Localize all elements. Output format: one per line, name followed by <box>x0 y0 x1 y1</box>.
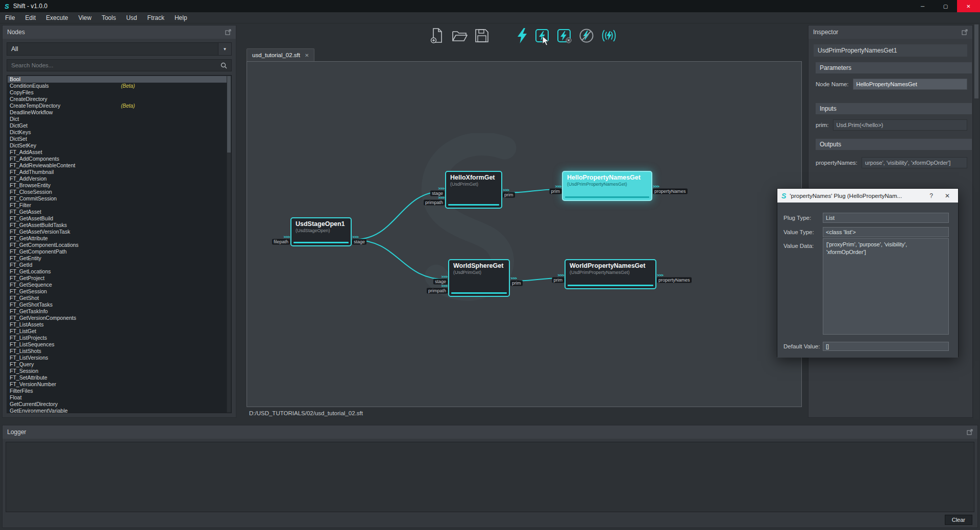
menu-file[interactable]: File <box>0 12 20 23</box>
node-type-item[interactable]: Bool <box>8 76 227 83</box>
node-type-item[interactable]: FT_AddComponents <box>8 156 227 162</box>
node-type-item[interactable]: FT_GetVersionComponents <box>8 315 227 321</box>
port-stage[interactable]: >>>stage <box>352 235 366 245</box>
node-type-item[interactable]: CreateTempDirectory(Beta) <box>8 103 227 109</box>
section-inputs[interactable]: Inputs <box>816 103 972 114</box>
node-type-item[interactable]: FT_ListShots <box>8 348 227 355</box>
node-type-item[interactable]: FT_GetAssetBuild <box>8 215 227 222</box>
node-type-item[interactable]: FT_ListVersions <box>8 355 227 361</box>
node-type-item[interactable]: GetCurrentDirectory <box>8 401 227 408</box>
graph-node-HelloXformGet[interactable]: HelloXformGet(UsdPrimGet) <box>445 171 502 209</box>
port-prim[interactable]: >>>prim <box>510 276 523 286</box>
node-type-item[interactable]: DictSet <box>8 136 227 142</box>
node-type-item[interactable]: FT_GetShotTasks <box>8 301 227 308</box>
node-type-item[interactable]: FT_ListProjects <box>8 335 227 341</box>
node-type-item[interactable]: FT_BrowseEntity <box>8 182 227 189</box>
port-prim[interactable]: >>>prim <box>552 273 565 283</box>
maximize-button[interactable]: ▢ <box>934 0 957 12</box>
minimize-button[interactable]: ─ <box>911 0 934 12</box>
node-graph[interactable]: UsdStageOpen1(UsdStageOpen)>>>filepath>>… <box>247 61 802 407</box>
menu-usd[interactable]: Usd <box>121 12 142 23</box>
execute-live-button[interactable] <box>601 28 617 43</box>
node-type-item[interactable]: FT_GetId <box>8 262 227 268</box>
execute-stop-button[interactable] <box>557 28 572 43</box>
section-outputs[interactable]: Outputs <box>816 139 972 150</box>
node-type-item[interactable]: CopyFiles <box>8 89 227 96</box>
menu-view[interactable]: View <box>73 12 96 23</box>
menu-tools[interactable]: Tools <box>96 12 121 23</box>
node-list-scrollbar[interactable] <box>227 76 231 412</box>
node-type-item[interactable]: Float <box>8 394 227 401</box>
clear-button[interactable]: Clear <box>945 515 972 525</box>
undock-icon[interactable] <box>225 29 231 35</box>
value-data-field[interactable]: ['proxyPrim', 'purpose', 'visibility', '… <box>823 238 949 335</box>
node-type-item[interactable]: CreateDirectory <box>8 96 227 103</box>
window-scrollbar[interactable] <box>974 23 979 419</box>
plug-type-field[interactable]: List <box>823 213 949 223</box>
node-type-item[interactable]: GetEnvironmentVariable <box>8 408 227 413</box>
help-button[interactable]: ? <box>925 192 937 199</box>
port-filepath[interactable]: >>>filepath <box>272 235 290 245</box>
node-type-item[interactable]: DictSetKey <box>8 142 227 149</box>
port-prim[interactable]: >>>prim <box>503 188 515 198</box>
node-type-item[interactable]: FT_GetAsset <box>8 209 227 215</box>
dropdown-arrow-icon[interactable]: ▼ <box>218 43 231 55</box>
node-type-item[interactable]: FT_GetTaskInfo <box>8 308 227 315</box>
undock-icon[interactable] <box>967 429 973 435</box>
execute-disabled-button[interactable] <box>579 28 594 43</box>
default-value-field[interactable]: [] <box>823 342 949 351</box>
port-primpath[interactable]: >>>primpath <box>427 284 448 294</box>
new-scene-button[interactable] <box>429 28 445 44</box>
menu-edit[interactable]: Edit <box>20 12 41 23</box>
node-type-item[interactable]: FilterFiles <box>8 388 227 394</box>
execute-button[interactable] <box>516 28 528 44</box>
logger-output[interactable] <box>6 442 974 512</box>
value-type-field[interactable]: <class 'list'> <box>823 227 949 237</box>
port-primpath[interactable]: >>>primpath <box>424 196 445 206</box>
dialog-close-button[interactable]: ✕ <box>941 192 954 199</box>
node-type-item[interactable]: FT_AddReviewableContent <box>8 162 227 169</box>
save-scene-button[interactable] <box>474 28 489 43</box>
section-parameters[interactable]: Parameters <box>816 62 972 73</box>
node-type-item[interactable]: FT_ListAssets <box>8 321 227 328</box>
node-type-item[interactable]: DictKeys <box>8 129 227 136</box>
graph-node-WorldPropertyNamesGet[interactable]: WorldPropertyNamesGet(UsdPrimPropertyNam… <box>565 259 656 289</box>
node-type-item[interactable]: ConditionEquals(Beta) <box>8 83 227 89</box>
port-prim[interactable]: >>>prim <box>550 185 562 194</box>
propertynames-field[interactable]: urpose', 'visibility', 'xformOpOrder'] <box>862 157 967 168</box>
node-type-item[interactable]: FT_GetEntity <box>8 255 227 262</box>
graph-node-UsdStageOpen1[interactable]: UsdStageOpen1(UsdStageOpen) <box>290 217 352 246</box>
node-type-item[interactable]: DictGet <box>8 122 227 129</box>
node-type-item[interactable]: FT_GetComponentLocations <box>8 242 227 248</box>
scrollbar-thumb[interactable] <box>974 24 978 98</box>
node-type-item[interactable]: FT_CloseSession <box>8 189 227 195</box>
node-type-item[interactable]: FT_Filter <box>8 202 227 209</box>
node-type-item[interactable]: FT_AddThumbnail <box>8 169 227 175</box>
graph-node-HelloPropertyNamesGet[interactable]: HelloPropertyNamesGet(UsdPrimPropertyNam… <box>562 171 652 201</box>
node-type-item[interactable]: FT_SetAttribute <box>8 374 227 381</box>
node-name-field[interactable]: HelloPropertyNamesGet <box>853 79 967 90</box>
scrollbar-thumb[interactable] <box>227 76 231 153</box>
node-type-item[interactable]: FT_GetSession <box>8 288 227 295</box>
node-type-item[interactable]: FT_GetLocations <box>8 268 227 275</box>
tab-usd-tutorial[interactable]: usd_tutorial_02.sft ✕ <box>247 48 314 61</box>
undock-icon[interactable] <box>962 29 968 35</box>
node-type-item[interactable]: DeadlineWorkflow <box>8 109 227 116</box>
node-type-item[interactable]: FT_VersionNumber <box>8 381 227 388</box>
node-filter-dropdown[interactable]: All ▼ <box>7 42 232 56</box>
menu-help[interactable]: Help <box>169 12 192 23</box>
node-type-item[interactable]: FT_GetAssetVersionTask <box>8 229 227 235</box>
tab-close-icon[interactable]: ✕ <box>305 53 309 58</box>
node-type-item[interactable]: FT_Query <box>8 361 227 368</box>
node-type-item[interactable]: FT_CommitSession <box>8 195 227 202</box>
node-type-item[interactable]: FT_AddVersion <box>8 175 227 182</box>
node-type-item[interactable]: FT_GetSequence <box>8 282 227 288</box>
dialog-title-bar[interactable]: S 'propertyNames' Plug (HelloPropertyNam… <box>777 189 958 203</box>
node-type-item[interactable]: FT_ListSequences <box>8 341 227 348</box>
port-propertyNames[interactable]: >>>propertyNames <box>657 273 692 283</box>
close-button[interactable]: ✕ <box>957 0 980 12</box>
node-type-item[interactable]: FT_GetComponentPath <box>8 248 227 255</box>
menu-execute[interactable]: Execute <box>41 12 73 23</box>
menu-ftrack[interactable]: Ftrack <box>142 12 169 23</box>
node-type-item[interactable]: FT_GetAttribute <box>8 235 227 242</box>
